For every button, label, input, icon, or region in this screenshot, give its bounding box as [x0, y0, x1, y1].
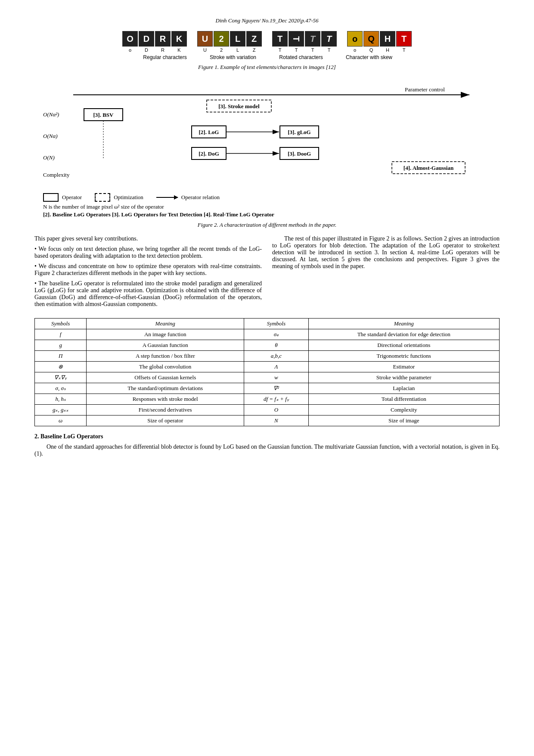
char-K: K: [171, 31, 187, 47]
figure2-caption: Figure 2. A characterization of differen…: [34, 222, 500, 228]
legend-operator-label: Operator: [62, 194, 82, 201]
svg-text:[2]. LoG: [2]. LoG: [199, 129, 219, 135]
table-cell-m2-0: The standard deviation for edge detectio…: [308, 329, 500, 340]
legend-optimization: Optimization: [95, 193, 143, 202]
char-group-regular: O D R K o D R K: [122, 31, 187, 53]
char-D: D: [139, 31, 154, 47]
char-T3: T: [305, 31, 320, 47]
bullet2-para: We discuss and concentrate on how to opt…: [34, 263, 262, 277]
char-T4: T: [321, 31, 337, 47]
right-col-para: The rest of this paper illustrated in Fi…: [272, 235, 500, 270]
legend-relation: Operator relation: [156, 194, 220, 201]
char-U: U: [197, 31, 213, 47]
svg-text:Parameter control: Parameter control: [405, 86, 445, 93]
svg-text:O(N): O(N): [43, 154, 55, 161]
group-label-stroke: Stroke with variation: [199, 54, 267, 60]
table-header-m1: Meaning: [87, 319, 244, 329]
table-cell-s1-4: ∇ₓ∇ᵧ: [35, 372, 87, 383]
table-cell-s1-6: h, hₛ: [35, 394, 87, 405]
group-label-regular: Regular characters: [131, 54, 199, 60]
table-cell-m1-2: A step function / box filter: [87, 351, 244, 362]
table-cell-s2-6: df = fₓ + fᵧ: [244, 394, 308, 405]
figure2-refs: [2]. Baseline LoG Operators [3]. LoG Ope…: [43, 211, 500, 218]
table-cell-m1-5: The standard/optimum deviations: [87, 383, 244, 394]
table-cell-m2-7: Complexity: [308, 405, 500, 415]
symbols-table: Symbols Meaning Symbols Meaning fAn imag…: [34, 318, 500, 426]
table-cell-s2-8: N: [244, 415, 308, 426]
char-R: R: [155, 31, 171, 47]
table-cell-m2-6: Total differentiation: [308, 394, 500, 405]
table-cell-s1-8: ω: [35, 415, 87, 426]
body-two-col: This paper gives several key contributio…: [34, 235, 500, 311]
svg-text:Complexity: Complexity: [43, 172, 70, 178]
figure1-container: O D R K o D R K U 2 L Z U 2: [34, 31, 500, 71]
svg-text:[3]. gLoG: [3]. gLoG: [288, 129, 310, 135]
char-Z: Z: [246, 31, 262, 47]
figure2-legend: Operator Optimization Operator relation: [43, 193, 500, 202]
table-cell-s1-5: σ, σₛ: [35, 383, 87, 394]
table-cell-s2-7: O: [244, 405, 308, 415]
svg-text:O(Nα): O(Nα): [43, 133, 58, 139]
char-Q: Q: [363, 31, 379, 47]
svg-text:O(Nα²): O(Nα²): [43, 111, 59, 118]
table-row: gₓ, gₓₓFirst/second derivativesOComplexi…: [35, 405, 500, 415]
table-cell-s1-3: ⊗: [35, 362, 87, 372]
table-header-s2: Symbols: [244, 319, 308, 329]
table-cell-m2-3: Estimator: [308, 362, 500, 372]
char-2: 2: [214, 31, 229, 47]
table-cell-s2-4: w: [244, 372, 308, 383]
table-cell-s1-1: g: [35, 340, 87, 351]
body-left-col: This paper gives several key contributio…: [34, 235, 262, 311]
table-cell-m2-8: Size of image: [308, 415, 500, 426]
table-cell-s2-2: a,b,c: [244, 351, 308, 362]
char-T2: T: [289, 31, 304, 47]
section2-text: One of the standard approaches for diffe…: [34, 444, 500, 457]
table-header-m2: Meaning: [308, 319, 500, 329]
legend-operator: Operator: [43, 193, 82, 202]
svg-text:[2]. DoG: [2]. DoG: [199, 150, 219, 157]
svg-text:[3]. BSV: [3]. BSV: [93, 112, 114, 118]
table-row: ∇ₓ∇ᵧOffsets of Gaussian kernelswStroke w…: [35, 372, 500, 383]
char-L: L: [230, 31, 245, 47]
header-citation: Dinh Cong Nguyen/ No.19_Dec 2020|p.47-56: [34, 17, 500, 24]
table-cell-m2-4: Stroke widthe parameter: [308, 372, 500, 383]
table-header-s1: Symbols: [35, 319, 87, 329]
table-row: ΠA step function / box filtera,b,cTrigon…: [35, 351, 500, 362]
figure2-diagram: Parameter control Complexity O(Nα²) O(Nα…: [39, 78, 495, 190]
legend-operator-rect: [43, 193, 59, 202]
table-cell-s1-7: gₓ, gₓₓ: [35, 405, 87, 415]
table-cell-m1-7: First/second derivatives: [87, 405, 244, 415]
bullet1-para: We focus only on text detection phase, w…: [34, 246, 262, 259]
group-label-rotated: Rotated characters: [267, 54, 335, 60]
table-cell-s2-1: θ: [244, 340, 308, 351]
char-T1: T: [272, 31, 288, 47]
char-T5: T: [396, 31, 412, 47]
table-cell-s2-3: Λ: [244, 362, 308, 372]
svg-text:[4]. Almost-Gaussian: [4]. Almost-Gaussian: [404, 165, 454, 171]
table-cell-m1-1: A Gaussian function: [87, 340, 244, 351]
char-images-row: O D R K o D R K U 2 L Z U 2: [34, 31, 500, 53]
table-cell-m2-5: Laplacian: [308, 383, 500, 394]
body-right-col: The rest of this paper illustrated in Fi…: [272, 235, 500, 311]
table-cell-m1-4: Offsets of Gaussian kernels: [87, 372, 244, 383]
table-cell-m1-6: Responses with stroke model: [87, 394, 244, 405]
legend-relation-arrow: [156, 197, 178, 198]
svg-text:[3]. Stroke model: [3]. Stroke model: [218, 103, 260, 109]
legend-optimization-rect: [95, 193, 110, 202]
table-cell-s2-0: σₑ: [244, 329, 308, 340]
table-cell-m2-1: Directional orientations: [308, 340, 500, 351]
table-row: gA Gaussian functionθDirectional orienta…: [35, 340, 500, 351]
table-row: h, hₛResponses with stroke modeldf = fₓ …: [35, 394, 500, 405]
svg-text:[3]. DooG: [3]. DooG: [288, 150, 311, 157]
intro-para: This paper gives several key contributio…: [34, 235, 262, 242]
table-cell-s2-5: ∇²: [244, 383, 308, 394]
table-cell-m2-2: Trigonometric functions: [308, 351, 500, 362]
char-group-rotated: T T T T T T T T: [272, 31, 337, 53]
figure2-wrapper: Parameter control Complexity O(Nα²) O(Nα…: [34, 78, 500, 228]
table-cell-m1-8: Size of operator: [87, 415, 244, 426]
table-row: ⊗The global convolutionΛEstimator: [35, 362, 500, 372]
legend-relation-label: Operator relation: [181, 194, 220, 201]
table-cell-s1-2: Π: [35, 351, 87, 362]
table-cell-s1-0: f: [35, 329, 87, 340]
table-row: ωSize of operatorNSize of image: [35, 415, 500, 426]
